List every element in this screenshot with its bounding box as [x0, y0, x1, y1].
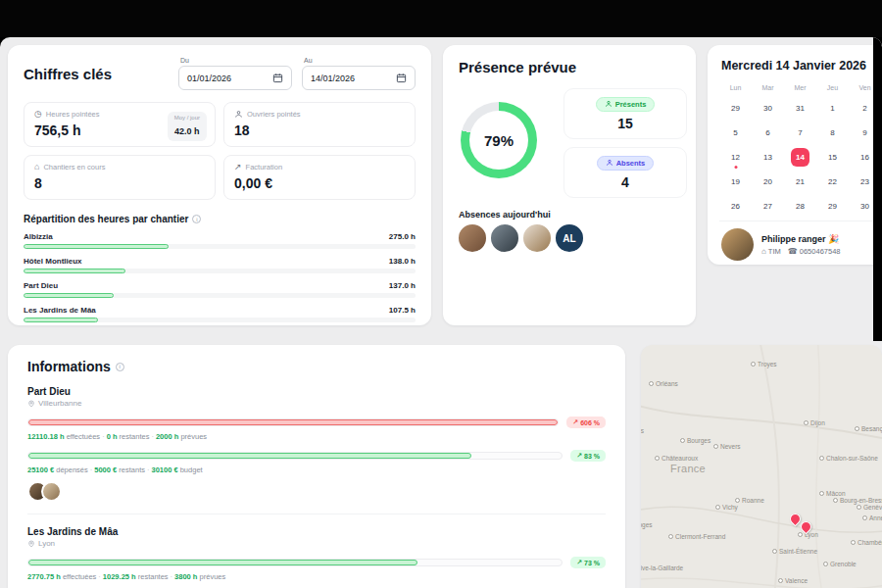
calendar-day[interactable]: 20 [752, 170, 784, 194]
list-item[interactable]: Part Dieu137.0 h [24, 281, 416, 298]
calendar-day[interactable]: 26 [719, 194, 752, 219]
person-icon [605, 100, 612, 108]
date-from-field[interactable]: 01/01/2026 [178, 66, 292, 90]
stat-label: dépensés [56, 466, 88, 474]
date-to-wrap: Au 14/01/2026 [302, 57, 416, 90]
stat-worksites-value: 8 [34, 175, 205, 191]
city-label: Chalon-sur-Saône [819, 455, 878, 462]
weekday-label: Mar [752, 84, 784, 91]
company-wrap: ⌂ TIM [761, 247, 781, 256]
stat-value: 0 h [107, 432, 118, 441]
calendar-day[interactable]: 6 [752, 121, 784, 145]
avatar[interactable] [521, 222, 553, 254]
calendar-day[interactable]: 31 [784, 96, 816, 121]
calendar-day-with-event[interactable]: 12 [719, 145, 752, 170]
avatar[interactable] [457, 222, 488, 254]
date-to-field[interactable]: 14/01/2026 [302, 66, 416, 90]
separator: · [102, 432, 105, 441]
calendar-day-selected[interactable]: 14 [784, 145, 816, 170]
stat-workers: Ouvriers pointés 18 [223, 102, 416, 147]
avatar[interactable] [41, 481, 62, 502]
calendar-day[interactable]: 29 [816, 194, 849, 219]
city-label: Roanne [735, 497, 764, 504]
city-label: Brive-la-Gaillarde [641, 564, 683, 571]
calendar-day[interactable]: 8 [816, 121, 849, 145]
info-icon[interactable]: i [192, 215, 201, 223]
calendar-day[interactable]: 5 [719, 121, 752, 145]
avatar-initials[interactable]: AL [554, 222, 585, 254]
list-item[interactable]: Albizzia275.0 h [24, 232, 416, 249]
absents-badge: Absents [597, 156, 655, 171]
users-icon [234, 110, 243, 119]
stat-label: restantes [138, 572, 169, 581]
city-label: Clermont-Ferrand [668, 533, 725, 540]
calendar-day[interactable]: 30 [752, 96, 784, 121]
hours-progress-row: ↗606 % [27, 416, 606, 428]
map-card[interactable]: France Troyes Orléans Blois Dijon Besanç… [641, 345, 882, 588]
stat-label: effectuées [63, 572, 96, 581]
project-name[interactable]: Les Jardins de Mâa [27, 526, 606, 537]
city-label: Orléans [649, 380, 678, 387]
location-pin-icon [27, 400, 35, 408]
progress-fill [24, 318, 98, 322]
badge-value: 83 % [584, 453, 600, 460]
stat-value: 30100 € [151, 466, 177, 474]
info-icon[interactable]: i [116, 363, 124, 371]
calendar-day[interactable]: 13 [752, 145, 784, 170]
presents-label: Présents [615, 100, 647, 109]
hours-progress-row: ↗73 % [27, 557, 606, 568]
separator: · [171, 572, 173, 581]
calendar-day[interactable]: 7 [784, 121, 816, 145]
presents-badge: Présents [596, 97, 656, 112]
stat-value: 12110.18 h [27, 432, 65, 441]
absents-count: 4 [621, 174, 629, 190]
stats-grid: ◷ Heures pointées 756,5 h Moy / jour 42.… [24, 102, 416, 200]
calendar-day[interactable]: 27 [752, 194, 784, 219]
avatar[interactable] [489, 222, 520, 254]
stat-billing: ↗ Facturation 0,00 € [223, 155, 416, 200]
informations-title: Informations [27, 359, 111, 374]
city-label: Besançon [855, 425, 882, 432]
worksite-hours: 137.0 h [389, 281, 416, 290]
separator: · [90, 466, 93, 474]
stat-value: 5000 € [94, 466, 117, 474]
progress-fill [24, 244, 169, 249]
stat-value: 25100 € [27, 466, 54, 474]
hours-stats-line: 12110.18 h effectuées·0 h restantes·2000… [27, 432, 606, 441]
repartition-header: Répartition des heures par chantier i [24, 214, 416, 224]
stat-value: 1029.25 h [103, 572, 136, 581]
phone-wrap[interactable]: ☎ 0650467548 [788, 247, 841, 256]
average-per-day-badge: Moy / jour 42.0 h [168, 112, 207, 141]
project-name[interactable]: Part Dieu [27, 386, 606, 397]
absences-today-title: Absences aujourd'hui [459, 210, 551, 220]
key-figures-header: Chiffres clés Du 01/01/2026 Au 14/01/202… [24, 57, 416, 90]
calendar-day[interactable]: 22 [816, 170, 849, 194]
calendar-title: Mercredi 14 Janvier 2026 [721, 59, 866, 73]
stat-billing-header: ↗ Facturation [234, 163, 405, 172]
trend-icon: ↗ [234, 163, 242, 172]
stat-billing-value: 0,00 € [234, 175, 405, 191]
clock-icon: ◷ [34, 110, 42, 119]
calendar-day[interactable]: 19 [719, 170, 752, 194]
city-label: Châteauroux [655, 455, 698, 462]
stat-billing-label: Facturation [246, 163, 283, 172]
absents-tile: Absents 4 [564, 147, 687, 198]
worksite-hours: 275.0 h [389, 232, 416, 241]
calendar-day[interactable]: 21 [784, 170, 816, 194]
progress-fill [28, 419, 558, 425]
date-range-picker: Du 01/01/2026 Au 14/01/2026 [178, 57, 416, 90]
city-label: Mâcon [819, 490, 846, 497]
trend-icon: ↗ [572, 418, 578, 426]
calendar-day[interactable]: 29 [719, 96, 752, 121]
city-label: Saint-Étienne [772, 548, 817, 555]
calendar-day[interactable]: 15 [816, 145, 849, 170]
list-item[interactable]: Hôtel Montlieux138.0 h [24, 257, 416, 273]
birthday-contact[interactable]: Philippe ranger 🎉 ⌂ TIM ☎ 0650467548 [721, 228, 841, 261]
list-item[interactable]: Les Jardins de Mâa107.5 h [24, 306, 416, 322]
progress-fill [28, 453, 471, 459]
calendar-card: Mercredi 14 Janvier 2026 Lun Mar Mer Jeu… [708, 45, 882, 265]
calendar-day[interactable]: 1 [816, 96, 849, 121]
calendar-day[interactable]: 28 [784, 194, 816, 219]
repartition-title: Répartition des heures par chantier [24, 214, 188, 224]
date-from-value: 01/01/2026 [187, 74, 267, 83]
